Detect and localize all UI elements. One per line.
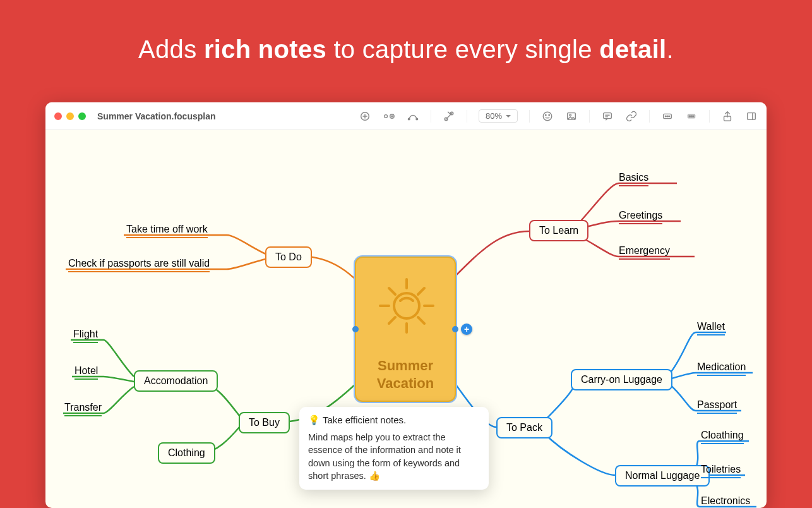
svg-point-7 [543,112,552,121]
mindmap-canvas[interactable]: SummerVacation + To Do Take time off wor… [45,130,767,508]
link-icon[interactable] [625,110,638,123]
node-handle-right[interactable] [452,326,458,332]
svg-point-19 [691,116,692,117]
sidebar-toggle-icon[interactable] [745,110,758,123]
note-body: Mind maps help you to extract the essenc… [308,431,480,482]
titlebar: Summer Vacation.focusplan 80% [45,102,767,130]
node-normal[interactable]: Normal Luggage [615,465,710,487]
branch-tobuy[interactable]: To Buy [239,412,290,433]
node-handle-left[interactable] [352,326,359,332]
leaf-basics[interactable]: Basics [619,172,648,186]
svg-point-9 [549,114,549,115]
central-node-title: SummerVacation [377,357,434,392]
image-icon[interactable] [565,110,578,123]
toolbar: 80% [359,109,758,123]
leaf-check-passports[interactable]: Check if passports are still valid [68,258,210,272]
zoom-dropdown[interactable]: 80% [479,109,518,123]
svg-point-11 [570,114,571,116]
app-window: Summer Vacation.focusplan 80% [45,102,767,508]
node-carryon[interactable]: Carry-on Luggage [571,369,672,390]
zoom-window-icon[interactable] [78,112,86,120]
leaf-medication[interactable]: Medication [697,361,746,376]
branch-todo[interactable]: To Do [265,246,312,268]
svg-point-4 [416,118,418,120]
note-popover: 💡 Take efficient notes. Mind maps help y… [299,407,489,490]
leaf-cloathing[interactable]: Cloathing [701,430,744,444]
svg-point-15 [667,116,668,117]
leaf-flight[interactable]: Flight [73,329,98,343]
marketing-headline: Adds rich notes to capture every single … [0,0,812,64]
note-icon[interactable] [601,110,614,123]
cut-link-icon[interactable] [443,110,455,123]
svg-point-18 [689,116,690,117]
share-icon[interactable] [721,110,734,123]
svg-rect-22 [748,112,756,119]
svg-rect-12 [604,112,612,118]
emoji-icon[interactable] [541,110,554,123]
svg-point-8 [546,114,546,115]
minimize-window-icon[interactable] [66,112,74,120]
relation-icon[interactable] [407,110,419,123]
leaf-greetings[interactable]: Greetings [619,210,662,224]
traffic-lights [54,112,86,120]
central-node[interactable]: SummerVacation + [355,257,456,402]
svg-point-14 [665,116,666,117]
add-child-button[interactable]: + [461,324,472,335]
node-clothing[interactable]: Clothing [158,442,215,464]
svg-point-20 [693,116,694,117]
note-title: 💡 Take efficient notes. [308,414,480,426]
leaf-toiletries[interactable]: Toiletries [701,464,741,478]
more-fill-icon[interactable] [685,110,698,123]
leaf-wallet[interactable]: Wallet [697,321,725,336]
sun-icon [375,274,438,337]
leaf-emergency[interactable]: Emergency [619,245,670,260]
svg-point-1 [385,114,388,118]
close-window-icon[interactable] [54,112,62,120]
svg-point-3 [408,118,410,120]
document-title: Summer Vacation.focusplan [97,111,216,121]
node-accommodation[interactable]: Accomodation [134,370,218,392]
branch-tolearn[interactable]: To Learn [529,220,588,241]
add-sibling-icon[interactable] [383,110,395,123]
leaf-transfer[interactable]: Transfer [64,402,102,416]
leaf-take-time-off[interactable]: Take time off work [126,224,208,238]
more-outline-icon[interactable] [661,110,674,123]
leaf-electronics[interactable]: Electronics [701,495,750,508]
add-node-icon[interactable] [359,110,371,123]
branch-topack[interactable]: To Pack [496,417,552,438]
svg-point-16 [669,116,670,117]
leaf-passport[interactable]: Passport [697,399,737,414]
leaf-hotel[interactable]: Hotel [75,365,98,380]
